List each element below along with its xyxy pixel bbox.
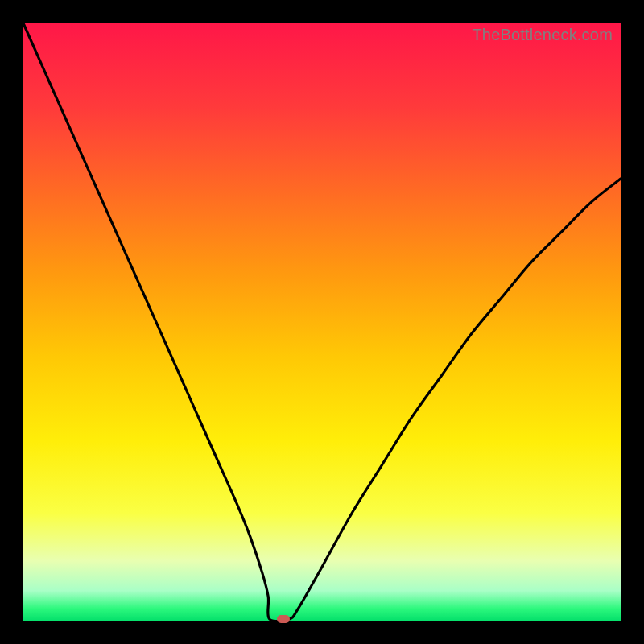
curve-path	[23, 23, 621, 621]
chart-frame: TheBottleneck.com	[0, 0, 644, 644]
optimum-marker	[277, 615, 290, 623]
plot-area: TheBottleneck.com	[23, 23, 621, 621]
bottleneck-curve	[23, 23, 621, 621]
